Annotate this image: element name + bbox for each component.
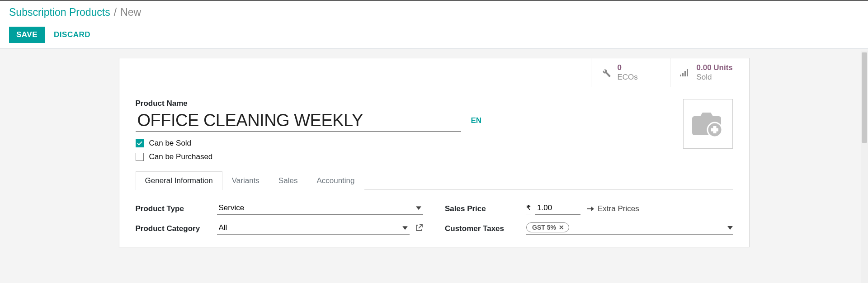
product-name-input[interactable] (136, 111, 461, 132)
vertical-scrollbar[interactable] (861, 51, 868, 283)
arrow-right-icon (587, 206, 594, 212)
svg-rect-2 (684, 71, 686, 76)
stat-sold-label: Sold (697, 72, 733, 82)
extra-prices-link[interactable]: Extra Prices (587, 204, 639, 213)
svg-rect-1 (682, 73, 684, 76)
breadcrumb-separator: / (114, 6, 117, 19)
stat-sold[interactable]: 0.00 Units Sold (670, 58, 749, 87)
sales-price-input[interactable] (535, 203, 580, 215)
stat-ecos-label: ECOs (618, 72, 638, 82)
scrollbar-thumb[interactable] (862, 52, 867, 143)
can-be-purchased-checkbox[interactable]: Can be Purchased (136, 152, 733, 161)
product-type-label: Product Type (136, 204, 217, 213)
tabs: General Information Variants Sales Accou… (136, 171, 733, 190)
tab-accounting[interactable]: Accounting (307, 171, 364, 190)
save-button[interactable]: SAVE (9, 27, 45, 43)
external-link-icon[interactable] (415, 224, 423, 234)
sales-price-label: Sales Price (445, 204, 526, 213)
product-type-select[interactable] (217, 203, 424, 215)
svg-rect-3 (687, 69, 688, 76)
tab-variants[interactable]: Variants (222, 171, 269, 190)
language-toggle[interactable]: EN (471, 116, 482, 125)
currency-symbol: ₹ (526, 203, 531, 214)
remove-tag-icon[interactable]: ✕ (559, 224, 564, 231)
product-image-placeholder[interactable] (683, 99, 733, 149)
can-be-purchased-label: Can be Purchased (149, 152, 213, 161)
svg-rect-6 (711, 128, 718, 131)
tab-sales[interactable]: Sales (269, 171, 307, 190)
wrench-icon (599, 66, 612, 79)
stat-buttons: 0 ECOs 0.00 Units Sold (119, 58, 749, 87)
svg-rect-0 (680, 75, 681, 76)
customer-taxes-label: Customer Taxes (445, 224, 526, 233)
stat-ecos-value: 0 (618, 63, 638, 72)
can-be-sold-label: Can be Sold (149, 139, 192, 148)
customer-taxes-field[interactable]: GST 5% ✕ (526, 222, 733, 235)
bars-icon (679, 66, 691, 79)
tab-general-information[interactable]: General Information (136, 171, 222, 190)
product-name-label: Product Name (136, 99, 733, 108)
can-be-sold-checkbox[interactable]: Can be Sold (136, 139, 733, 148)
stat-ecos[interactable]: 0 ECOs (591, 58, 670, 87)
control-panel: Subscription Products / New SAVE DISCARD (0, 0, 868, 49)
breadcrumb-current: New (120, 6, 141, 19)
product-category-select[interactable] (217, 222, 410, 235)
check-icon (136, 139, 144, 147)
tax-tag[interactable]: GST 5% ✕ (526, 222, 569, 232)
breadcrumb-parent[interactable]: Subscription Products (9, 6, 110, 19)
action-bar: SAVE DISCARD (9, 27, 859, 43)
check-icon (136, 153, 144, 161)
stat-sold-value: 0.00 Units (697, 63, 733, 72)
breadcrumb: Subscription Products / New (9, 6, 859, 19)
product-category-label: Product Category (136, 224, 217, 233)
form-sheet: 0 ECOs 0.00 Units Sold (119, 58, 750, 247)
caret-down-icon (727, 223, 733, 231)
discard-button[interactable]: DISCARD (54, 30, 90, 39)
